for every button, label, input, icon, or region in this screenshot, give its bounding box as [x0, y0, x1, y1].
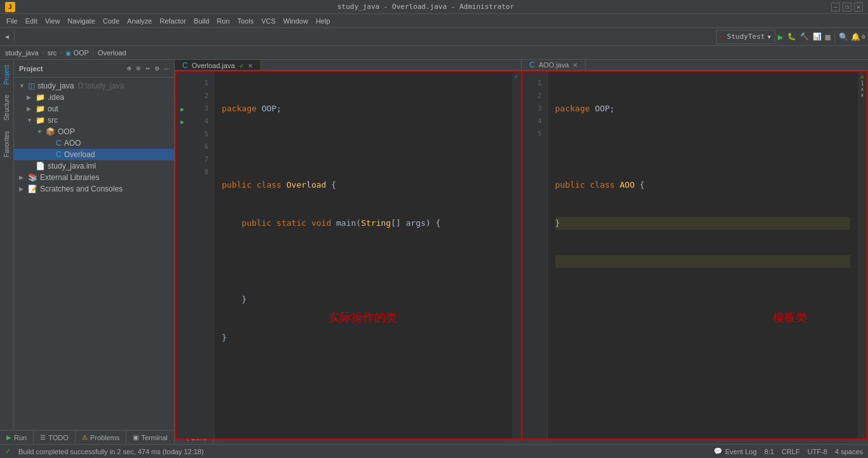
left-code-editor[interactable]: package OOP; public class Overload { pub…	[214, 72, 512, 438]
toolbar-sep-2	[834, 31, 835, 43]
menu-analyze[interactable]: Analyze	[123, 16, 156, 26]
notification-button[interactable]: 🔔	[851, 32, 860, 41]
bottom-tab-run[interactable]: ▶ Run	[0, 431, 34, 445]
tab-aoo-icon: C	[529, 60, 535, 69]
menu-view[interactable]: View	[41, 16, 64, 26]
bottom-tab-problems[interactable]: ⚠ Problems	[76, 431, 126, 445]
todo-icon: ☰	[40, 434, 46, 441]
menu-tools[interactable]: Tools	[233, 16, 257, 26]
breadcrumb-overload[interactable]: Overload	[98, 49, 126, 57]
tab-overload-name: Overload.java	[192, 62, 235, 69]
tree-item-out[interactable]: ▶ 📁 out	[14, 103, 174, 114]
tab-aoo-name: AOO.java	[539, 61, 569, 69]
tab-overload[interactable]: C Overload.java ✓ ✕	[175, 60, 261, 70]
breadcrumb-study-java[interactable]: study_java	[5, 49, 39, 57]
stop-button[interactable]: ■	[824, 31, 832, 43]
tree-label-scratches: Scratches and Consoles	[40, 184, 123, 193]
collapse-all-icon[interactable]: ≡	[136, 64, 142, 73]
right-warning-chevron-down: ∨	[861, 92, 864, 98]
bottom-tab-terminal[interactable]: ▣ Terminal	[126, 431, 175, 445]
ln-7: 7	[191, 153, 211, 166]
breadcrumb-sep-2: ›	[59, 49, 63, 56]
rln-3: 3	[525, 102, 545, 115]
ln-8: 8	[191, 166, 211, 179]
tree-label-aoo: AOO	[64, 139, 81, 148]
debug-button[interactable]: 🐛	[786, 31, 797, 42]
run-gutter-3: ▶	[180, 102, 184, 115]
left-code-line-8	[222, 370, 505, 382]
build-button[interactable]: 🔨	[799, 31, 810, 42]
coverage-button[interactable]: 📊	[811, 31, 823, 42]
add-icon[interactable]: ⊕	[126, 64, 132, 73]
close-button[interactable]: ✕	[854, 3, 863, 11]
tree-item-scratches[interactable]: ▶ 📝 Scratches and Consoles	[14, 183, 174, 195]
expand-arrow-scratches: ▶	[19, 186, 25, 192]
expand-arrow-out: ▶	[27, 106, 33, 112]
expand-icon[interactable]: ↔	[145, 64, 151, 73]
tree-label-out: out	[48, 104, 58, 113]
tree-label-oop: OOP	[58, 127, 75, 136]
tree-item-study-java[interactable]: ▼ ◫ study_java D:\study_java	[14, 80, 174, 92]
right-pane-content: 1 2 3 4 5 package OOP; public class AOO …	[522, 72, 867, 438]
toolbar-back[interactable]: ◀	[3, 30, 11, 44]
left-code-line-4: public static void main(String[] args) {	[222, 217, 505, 230]
tree-item-src[interactable]: ▼ 📁 src	[14, 114, 174, 126]
favorites-tab[interactable]: Favorites	[2, 126, 11, 162]
status-message: Build completed successfully in 2 sec, 4…	[18, 448, 204, 455]
src-folder-icon: 📁	[36, 116, 45, 125]
close-sidebar-icon[interactable]: —	[163, 64, 169, 73]
project-tab[interactable]: Project	[2, 60, 11, 90]
sidebar-title: Project	[19, 65, 43, 73]
menu-refactor[interactable]: Refactor	[156, 16, 190, 26]
run-button[interactable]: ▶	[776, 31, 784, 43]
menu-navigate[interactable]: Navigate	[64, 16, 98, 26]
status-indent[interactable]: 4 spaces	[835, 448, 863, 455]
breadcrumb-oop[interactable]: ◉ OOP	[65, 49, 89, 57]
tab-overload-close[interactable]: ✕	[248, 62, 253, 69]
status-position[interactable]: 8:1	[764, 448, 774, 455]
right-annotation: 模板类	[773, 311, 807, 324]
minimize-button[interactable]: —	[831, 3, 840, 11]
toolbar-sep-1	[14, 31, 15, 43]
run-gutter-4: ▶	[180, 115, 184, 128]
status-line-ending[interactable]: CRLF	[782, 448, 800, 455]
tab-aoo-close[interactable]: ✕	[573, 62, 578, 69]
right-warning-chevron: ∧	[861, 87, 864, 92]
tree-item-external-libraries[interactable]: ▶ 📚 External Libraries	[14, 172, 174, 183]
tree-label-ext-lib: External Libraries	[40, 173, 99, 182]
tree-item-overload[interactable]: ▶ C Overload	[14, 149, 174, 160]
tree-label-overload: Overload	[64, 150, 95, 159]
status-encoding[interactable]: UTF-8	[808, 448, 827, 455]
tab-aoo[interactable]: C AOO.java ✕	[522, 60, 586, 70]
rln-5: 5	[525, 128, 545, 141]
tree-item-aoo[interactable]: ▶ C AOO	[14, 137, 174, 149]
tree-item-iml[interactable]: ▶ 📄 study_java.iml	[14, 160, 174, 172]
right-warning-indicator: ⚠	[860, 73, 864, 80]
tree-item-idea[interactable]: ▶ 📁 .idea	[14, 92, 174, 103]
right-code-editor[interactable]: package OOP; public class AOO { } 模板类	[548, 72, 858, 438]
editor-tab-bar: C Overload.java ✓ ✕ C AOO.java ✕	[175, 60, 868, 71]
structure-tab[interactable]: Structure	[2, 90, 11, 126]
menu-help[interactable]: Help	[312, 16, 334, 26]
left-code-line-3: public class Overload {	[222, 179, 505, 191]
left-code-line-2	[222, 141, 505, 153]
menu-vcs[interactable]: VCS	[257, 16, 280, 26]
status-event-log[interactable]: 💬 Event Log	[714, 447, 757, 455]
settings-gear-icon[interactable]: ⚙	[154, 64, 160, 73]
settings-icon[interactable]: ⚙	[862, 33, 865, 40]
menu-run[interactable]: Run	[213, 16, 233, 26]
menu-build[interactable]: Build	[190, 16, 213, 26]
ln-2: 2	[191, 90, 211, 102]
menu-code[interactable]: Code	[99, 16, 123, 26]
bottom-tab-todo[interactable]: ☰ TODO	[34, 431, 76, 445]
maximize-button[interactable]: ❐	[843, 3, 851, 11]
breadcrumb-src[interactable]: src	[48, 49, 57, 57]
menu-file[interactable]: File	[3, 16, 22, 26]
run-config-selector[interactable]: ✕ StudyTest ▼	[716, 30, 775, 44]
menu-window[interactable]: Window	[280, 16, 312, 26]
search-button[interactable]: 🔍	[837, 31, 850, 43]
tree-label-idea: .idea	[48, 93, 64, 102]
tree-item-oop[interactable]: ▼ 📦 OOP	[14, 126, 174, 137]
menu-edit[interactable]: Edit	[22, 16, 41, 26]
right-pane-tabs: C AOO.java ✕	[522, 60, 868, 70]
